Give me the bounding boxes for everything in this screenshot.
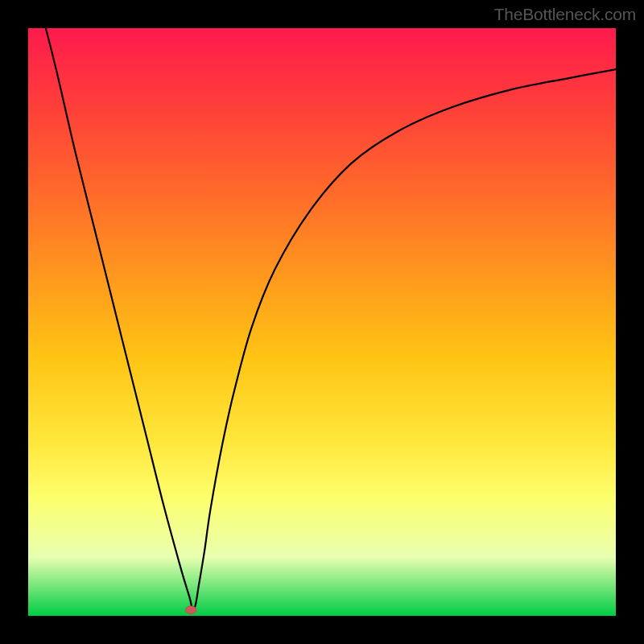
chart-frame: TheBottleneck.com (0, 0, 644, 644)
bottleneck-curve (46, 28, 616, 610)
plot-area (28, 28, 616, 616)
plot-svg (28, 28, 616, 616)
attribution-text: TheBottleneck.com (494, 5, 636, 24)
minimum-marker (185, 606, 196, 614)
